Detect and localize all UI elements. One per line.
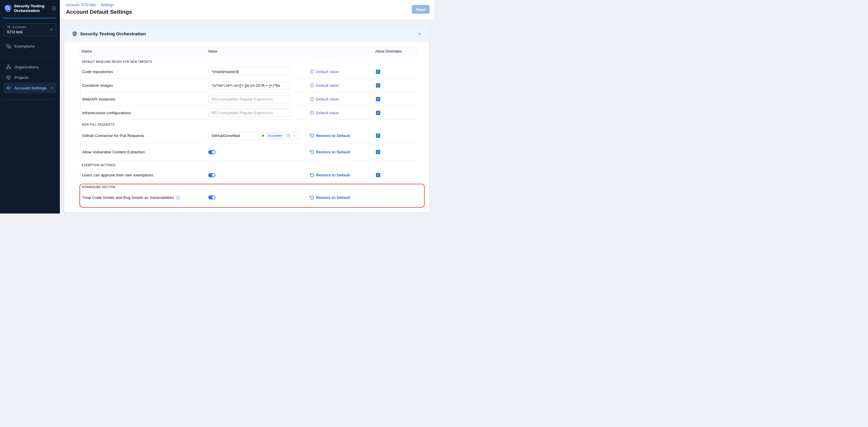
row-label: Infrastructure configurations: [82, 111, 131, 115]
sidebar-divider: [3, 99, 56, 100]
shield-search-icon: [4, 4, 12, 12]
value-input[interactable]: [208, 67, 290, 75]
restore-icon: [310, 195, 314, 200]
settings-table: Name Value Allow Overrides DEFAULT BASEL…: [64, 42, 429, 205]
row-value-cell: [208, 95, 310, 103]
scope-tag: ACCOUNT: [266, 133, 284, 139]
value-input[interactable]: [208, 109, 290, 117]
row-name-cell: Users can approve their own exemptions: [80, 173, 208, 177]
breadcrumb-settings-link[interactable]: Settings: [101, 3, 114, 7]
sidebar-accent-line: [3, 18, 56, 19]
action-label: Default value: [316, 111, 339, 115]
default-value-link[interactable]: Default value: [310, 111, 380, 115]
gear-icon: [6, 86, 11, 90]
allow-override-checkbox[interactable]: ✓: [376, 97, 380, 101]
save-button[interactable]: Save: [412, 5, 430, 14]
table-row: Code repositoriesDefault value✓: [80, 65, 417, 79]
restore-icon: [310, 173, 314, 177]
account-scope-selector[interactable]: ACCOUNT STO test: [3, 23, 56, 36]
row-override-cell: ✓: [376, 150, 380, 154]
default-value-link[interactable]: Default value: [310, 69, 380, 74]
action-label: Restore to Default: [316, 173, 350, 177]
layers-icon: [7, 25, 10, 29]
column-header-value: Value: [208, 49, 310, 54]
row-action-cell: Default value: [310, 111, 380, 115]
toggle-switch[interactable]: [208, 150, 216, 154]
action-label: Restore to Default: [316, 150, 350, 154]
toggle-switch[interactable]: [208, 173, 216, 177]
sidebar-divider: [3, 57, 56, 58]
row-override-cell: ✓: [376, 83, 380, 88]
eye-off-icon: [6, 44, 11, 49]
section-rows: Github Connector for Pull RequestsGitHub…: [80, 128, 417, 160]
info-icon: [310, 111, 314, 115]
connector-status-dot: [262, 135, 264, 137]
sidebar-item-organizations[interactable]: Organizations: [3, 62, 56, 72]
info-icon: [310, 97, 314, 101]
default-value-link[interactable]: Default value: [310, 97, 380, 101]
row-label: Github Connector for Pull Requests: [82, 133, 144, 138]
sidebar-header: Security Testing Orchestration: [0, 0, 60, 13]
value-input[interactable]: [208, 81, 290, 89]
allow-override-checkbox[interactable]: ✓: [376, 173, 380, 177]
table-row: Container imagesDefault value✓: [80, 79, 417, 92]
column-header-allow-overrides: Allow Overrides: [375, 49, 402, 54]
panel-header[interactable]: Security Testing Orchestration: [64, 25, 429, 42]
sidebar-item-label: Projects: [14, 75, 29, 80]
toggle-switch[interactable]: [208, 195, 216, 200]
toggle-knob: [212, 151, 215, 154]
table-row: Allow Vulnerable Content ExtractionResto…: [80, 144, 417, 160]
row-action-cell: Default value: [310, 97, 380, 101]
table-body: DEFAULT BASELINE REGEX FOR NEW TARGETSCo…: [79, 57, 417, 205]
table-row: Web/API instancesDefault value✓: [80, 92, 417, 106]
row-label: Web/API instances: [82, 97, 115, 101]
row-value-cell: [208, 67, 310, 75]
row-name-cell: Treat Code Smells and Bug Smells as Vuln…: [80, 195, 208, 200]
row-name-cell: Infrastructure configurations: [80, 111, 208, 115]
chevron-up-icon[interactable]: [417, 32, 422, 36]
connector-select[interactable]: GitHubGoneMadACCOUNT: [208, 132, 298, 140]
allow-override-checkbox[interactable]: ✓: [376, 69, 380, 74]
page-title: Account Default Settings: [66, 9, 434, 15]
sidebar-item-label: Exemptions: [14, 44, 35, 49]
app-title: Security Testing Orchestration: [14, 4, 49, 13]
row-label: Code repositories: [82, 69, 113, 74]
restore-to-default-link[interactable]: Restore to Default: [310, 150, 380, 154]
account-scope-label: ACCOUNT: [12, 26, 27, 29]
row-value-cell: [208, 150, 310, 154]
allow-override-checkbox[interactable]: ✓: [376, 111, 380, 115]
restore-to-default-link[interactable]: Restore to Default: [310, 133, 380, 138]
row-name-cell: Web/API instances: [80, 97, 208, 101]
default-value-link[interactable]: Default value: [310, 83, 380, 88]
sidebar-item-label: Account Settings: [14, 86, 47, 90]
sidebar-item-exemptions[interactable]: Exemptions: [3, 41, 56, 52]
row-action-cell: Restore to Default: [310, 173, 380, 177]
chevron-right-icon: [50, 87, 53, 89]
row-override-cell: ✓: [376, 69, 380, 74]
settings-section: AIDA PULL REQUESTSGithub Connector for P…: [79, 120, 417, 160]
shield-icon: [72, 31, 77, 36]
section-label: AIDA PULL REQUESTS: [79, 120, 417, 128]
allow-override-checkbox[interactable]: ✓: [376, 133, 380, 138]
sidebar-item-projects[interactable]: Projects: [3, 72, 56, 83]
breadcrumb-account-link[interactable]: Account: STO test: [66, 3, 95, 7]
row-name-cell: Code repositories: [80, 69, 208, 74]
sidebar-item-account-settings[interactable]: Account Settings: [3, 83, 56, 93]
restore-to-default-link[interactable]: Restore to Default: [310, 195, 380, 200]
row-value-cell: GitHubGoneMadACCOUNT: [208, 132, 310, 140]
clear-icon[interactable]: [286, 133, 290, 138]
grid-dots-icon[interactable]: [52, 6, 56, 10]
allow-override-checkbox[interactable]: ✓: [376, 150, 380, 154]
value-input[interactable]: [208, 95, 290, 103]
chevron-down-icon[interactable]: [292, 134, 296, 138]
main-area: Account: STO test › Settings Account Def…: [60, 0, 434, 214]
section-rows: Users can approve their own exemptionsRe…: [80, 168, 417, 182]
chevron-right-icon: ›: [97, 3, 99, 7]
allow-override-checkbox[interactable]: ✓: [376, 83, 380, 88]
restore-to-default-link[interactable]: Restore to Default: [310, 173, 380, 177]
cube-icon: [6, 75, 11, 80]
row-value-cell: [208, 195, 310, 200]
connector-name: GitHubGoneMad: [212, 133, 260, 138]
row-action-cell: Restore to Default: [310, 133, 380, 138]
breadcrumb: Account: STO test › Settings: [66, 3, 434, 7]
